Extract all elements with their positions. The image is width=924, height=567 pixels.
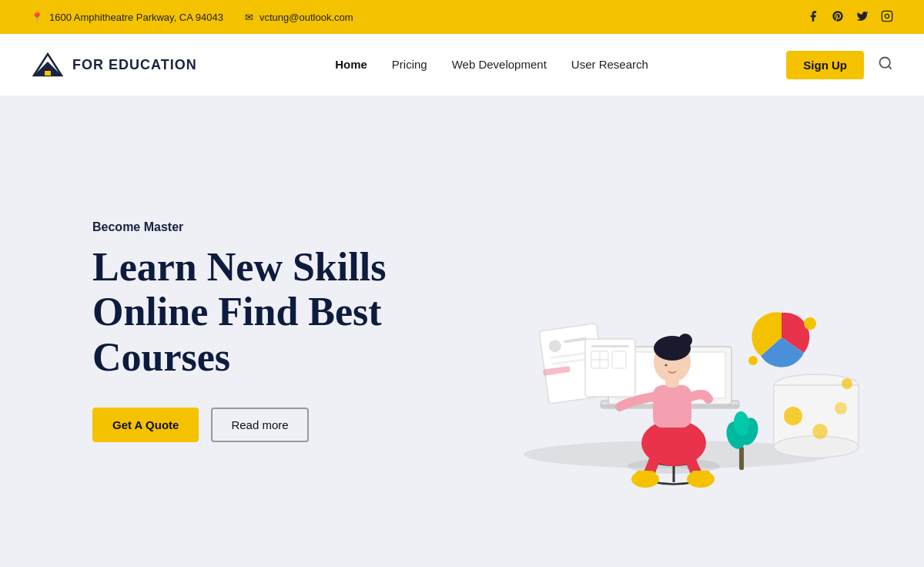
svg-point-65 [804,317,816,330]
instagram-icon[interactable] [881,10,893,25]
top-bar-left: 📍 1600 Amphitheatre Parkway, CA 94043 ✉ … [31,12,353,23]
svg-rect-0 [882,11,892,21]
nav-right: Sign Up [786,51,893,79]
svg-rect-29 [739,447,744,470]
social-links [807,10,893,25]
address-item: 📍 1600 Amphitheatre Parkway, CA 94043 [31,12,223,23]
svg-rect-28 [691,471,711,481]
svg-point-63 [835,402,847,414]
nav-web-development[interactable]: Web Development [452,58,547,72]
svg-rect-26 [635,471,655,481]
email-item: ✉ vctung@outlook.com [245,12,353,23]
hero-section: Become Master Learn New Skills Online Fi… [0,96,924,567]
svg-point-5 [880,57,890,67]
address-text: 1600 Amphitheatre Parkway, CA 94043 [49,12,223,23]
svg-point-60 [774,436,859,458]
svg-rect-4 [45,71,51,75]
hero-title: Learn New Skills Online Find Best Course… [92,245,462,380]
nav-pricing[interactable]: Pricing [392,58,427,72]
signup-button[interactable]: Sign Up [786,51,864,79]
read-more-button[interactable]: Read more [211,408,308,442]
svg-point-62 [812,424,828,439]
nav-menu: Home Pricing Web Development User Resear… [335,58,648,72]
svg-point-61 [784,407,802,425]
svg-line-6 [889,65,892,69]
svg-point-24 [665,364,668,367]
hero-illustration [477,146,878,516]
svg-rect-40 [591,345,629,347]
get-a-quote-button[interactable]: Get A Quote [92,408,199,442]
pinterest-icon[interactable] [832,10,844,25]
location-icon: 📍 [31,12,43,23]
svg-point-67 [842,378,852,389]
nav-user-research[interactable]: User Research [571,58,648,72]
hero-subtitle: Become Master [92,220,462,234]
search-icon[interactable] [878,55,893,75]
hero-buttons: Get A Quote Read more [92,408,462,442]
logo[interactable]: FOR EDUCATION [31,48,197,82]
hero-content: Become Master Learn New Skills Online Fi… [92,220,462,442]
svg-point-66 [748,356,758,365]
email-icon: ✉ [245,12,253,23]
twitter-icon[interactable] [856,10,869,25]
navbar: FOR EDUCATION Home Pricing Web Developme… [0,34,924,96]
svg-point-23 [678,334,692,347]
nav-home[interactable]: Home [335,58,367,72]
facebook-icon[interactable] [807,10,819,25]
svg-rect-18 [653,385,691,428]
logo-text: FOR EDUCATION [72,57,197,73]
top-bar: 📍 1600 Amphitheatre Parkway, CA 94043 ✉ … [0,0,924,34]
email-text: vctung@outlook.com [259,12,353,23]
